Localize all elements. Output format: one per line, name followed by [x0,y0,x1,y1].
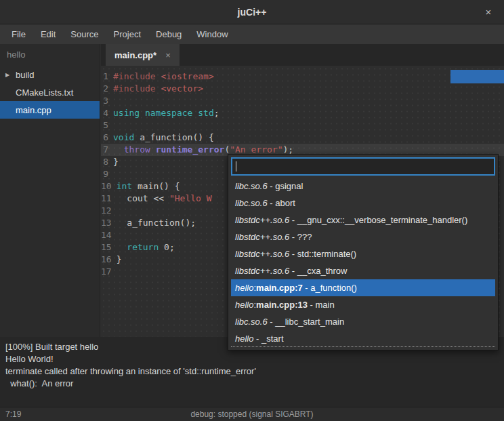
line-number: 11 [101,193,117,205]
project-name: hello [0,44,100,66]
tree-item-label: CMakeLists.txt [16,87,73,98]
code-text: return 0; [117,241,175,254]
sidebar-item-build[interactable]: ▶build [0,66,100,83]
line-number: 3 [101,95,113,107]
menu-source[interactable]: Source [63,24,106,44]
menu-debug[interactable]: Debug [148,24,189,44]
backtrace-item-9[interactable]: hello - _start [231,330,495,347]
backtrace-item-8[interactable]: libc.so.6 - __libc_start_main [231,313,495,330]
code-line-2[interactable]: 2#include <vector> [101,83,504,95]
backtrace-item-0[interactable]: libc.so.6 - gsignal [231,178,495,195]
line-number: 8 [101,156,113,168]
code-text: cout << "Hello W [117,193,212,205]
line-number: 12 [101,205,117,217]
sidebar-item-main-cpp[interactable]: main.cpp [0,101,100,119]
scrollbar-thumb[interactable] [450,70,504,83]
backtrace-item-4[interactable]: libstdc++.so.6 - std::terminate() [231,245,495,262]
file-tree-sidebar: hello ▶buildCMakeLists.txtmain.cpp [0,44,100,337]
line-number: 6 [101,132,113,144]
line-number: 9 [101,168,113,180]
line-number: 17 [101,266,117,278]
backtrace-item-6[interactable]: hello:main.cpp:7 - a_function() [231,279,495,296]
menu-edit[interactable]: Edit [33,24,63,44]
code-line-6[interactable]: 6void a_function() { [101,132,504,144]
line-number: 5 [101,119,113,132]
code-text: using namespace std; [113,107,219,119]
menu-file[interactable]: File [4,24,33,44]
sidebar-item-cmakelists-txt[interactable]: CMakeLists.txt [0,83,100,101]
code-text: #include <vector> [113,83,203,95]
output-line: what(): An error [5,378,499,390]
backtrace-item-3[interactable]: libstdc++.so.6 - ??? [231,228,495,245]
menu-bar: FileEditSourceProjectDebugWindow [0,24,504,44]
tab-main-cpp[interactable]: main.cpp* × [106,44,180,66]
code-text: #include <iostream> [113,71,214,83]
output-line: terminate called after throwing an insta… [5,365,499,378]
code-text: } [117,254,122,266]
code-text: a_function(); [117,217,196,229]
line-number: 1 [101,71,113,83]
close-icon[interactable]: × [482,6,495,18]
backtrace-popup: libc.so.6 - gsignallibc.so.6 - abortlibs… [228,154,499,350]
file-tree: ▶buildCMakeLists.txtmain.cpp [0,66,100,119]
code-text: int main() { [117,180,180,193]
line-number: 14 [101,229,117,241]
backtrace-item-5[interactable]: libstdc++.so.6 - __cxa_throw [231,262,495,279]
output-line: Hello World! [5,353,499,365]
debug-status: debug: stopped (signal SIGABRT) [0,407,504,421]
backtrace-item-1[interactable]: libc.so.6 - abort [231,195,495,212]
code-line-4[interactable]: 4using namespace std; [101,107,504,119]
title-bar: juCi++ × [0,0,504,24]
line-number: 2 [101,83,113,95]
line-number: 10 [101,180,117,193]
code-line-3[interactable]: 3 [101,95,504,107]
line-number: 16 [101,254,117,266]
tree-item-label: build [16,70,34,80]
tab-bar: main.cpp* × [101,44,504,66]
text-cursor [236,161,236,172]
backtrace-list: libc.so.6 - gsignallibc.so.6 - abortlibs… [231,178,495,347]
backtrace-item-2[interactable]: libstdc++.so.6 - __gnu_cxx::__verbose_te… [231,212,495,228]
tab-close-icon[interactable]: × [165,50,171,60]
window-title: juCi++ [0,0,504,24]
backtrace-filter-input[interactable] [231,157,495,176]
line-number: 15 [101,241,117,254]
menu-project[interactable]: Project [106,24,148,44]
code-line-1[interactable]: 1#include <iostream> [101,71,504,83]
line-number: 13 [101,217,117,229]
code-text: } [113,156,119,168]
menu-window[interactable]: Window [189,24,235,44]
code-line-5[interactable]: 5 [101,119,504,132]
tree-item-label: main.cpp [16,105,51,115]
line-number: 4 [101,107,113,119]
line-number: 7 [101,144,113,156]
expander-icon[interactable]: ▶ [5,72,16,78]
backtrace-item-7[interactable]: hello:main.cpp:13 - main [231,296,495,313]
code-text: void a_function() { [113,132,214,144]
tab-label: main.cpp* [114,50,156,60]
status-bar: 7:19 debug: stopped (signal SIGABRT) [0,407,504,421]
